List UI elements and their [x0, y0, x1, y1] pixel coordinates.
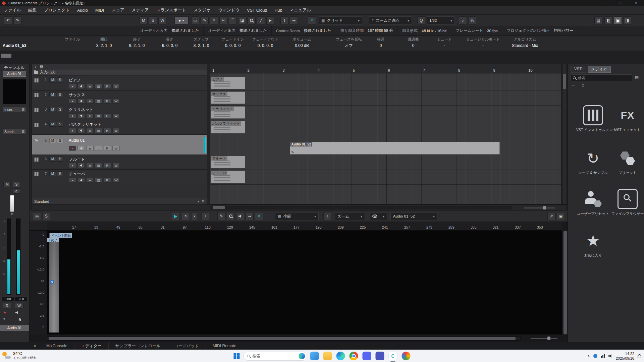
zone-tab-0[interactable]: MixConsole: [40, 342, 74, 350]
automation-s-button[interactable]: S: [149, 16, 157, 24]
editor-horizontal-scrollbar[interactable]: [47, 337, 521, 341]
monitor-button[interactable]: [77, 146, 85, 151]
track-preset-row[interactable]: Standard ▾ ⚙: [32, 198, 207, 204]
snap-toggle-icon[interactable]: ×: [255, 212, 263, 220]
record-enable-icon[interactable]: ●: [3, 310, 6, 315]
editor-setup-icon[interactable]: ▣: [557, 212, 565, 220]
zoom-slider-knob[interactable]: [543, 206, 546, 209]
channel-edit-button[interactable]: e: [13, 188, 20, 194]
zone-tab-4[interactable]: MIDI Remote: [206, 342, 243, 350]
taskbar-app-edge[interactable]: [336, 352, 345, 360]
media-tile-favorites[interactable]: ★お気に入り: [576, 231, 610, 258]
channel-fader[interactable]: [10, 195, 14, 212]
record-enable-button[interactable]: ●: [69, 84, 76, 89]
menu-item-4[interactable]: MIDI: [92, 8, 108, 13]
midi-part[interactable]: テューバ: [211, 171, 245, 183]
quantize-strength-icon[interactable]: %: [468, 16, 476, 24]
read-automation-button[interactable]: R: [104, 113, 111, 118]
menu-item-7[interactable]: トランスポート: [153, 7, 190, 13]
snap-toggle-icon[interactable]: ×: [308, 16, 316, 24]
track-mute-button[interactable]: M: [49, 122, 56, 127]
infoline-field-12[interactable]: ミュージカルモード-: [460, 37, 506, 50]
media-tab-1[interactable]: メディア: [588, 66, 611, 73]
divider-handle[interactable]: [1, 54, 11, 58]
track-solo-button[interactable]: S: [57, 157, 63, 162]
media-tile-instrument[interactable]: VST インストゥルメント: [576, 105, 610, 132]
infoline-field-2[interactable]: 終了9. 2. 1. 0: [121, 37, 153, 50]
write-automation-button[interactable]: W: [112, 113, 120, 118]
infoline-field-10[interactable]: 微調整0: [397, 37, 429, 50]
monitor-button[interactable]: [77, 84, 85, 89]
automation-m-button[interactable]: M: [140, 16, 148, 24]
record-enable-button[interactable]: ●: [69, 99, 76, 104]
undo-icon[interactable]: ↶: [4, 16, 12, 24]
audition-play-icon[interactable]: ▶: [172, 212, 180, 220]
track-row-2[interactable]: 2MSサックス●e▤RW: [32, 91, 207, 105]
snap-follow-icon[interactable]: ⇥: [290, 16, 298, 24]
read-automation-button[interactable]: R: [104, 163, 111, 168]
track-row-3[interactable]: 3MSクラリネット●e▤RW: [32, 106, 207, 120]
track-mute-button[interactable]: M: [49, 92, 56, 97]
edit-channel-button[interactable]: e: [86, 146, 94, 151]
minimize-icon[interactable]: ─: [598, 0, 613, 6]
write-automation-button[interactable]: W: [112, 163, 120, 168]
track-row-4[interactable]: 4MSバスクラリネット●e▤RW: [32, 120, 207, 135]
horizontal-scrollbar[interactable]: [210, 206, 512, 209]
project-cursor[interactable]: [281, 64, 281, 204]
insert-state-button[interactable]: ▤: [95, 99, 102, 104]
track-mute-button[interactable]: M: [49, 107, 56, 112]
range-tool-icon[interactable]: ▭: [191, 16, 199, 24]
zoom-fit-dropdown[interactable]: # ズームに適応 ▾: [369, 16, 412, 24]
track-solo-button[interactable]: S: [57, 77, 63, 82]
infoline-field-5[interactable]: フェードイン0. 0. 0. 0: [217, 37, 249, 50]
track-mute-button[interactable]: M: [49, 171, 56, 176]
notification-bell-icon[interactable]: [638, 354, 641, 358]
tray-app-icon[interactable]: [593, 354, 597, 358]
taskbar-app-widgets[interactable]: [310, 352, 319, 360]
split-tool-icon[interactable]: ✂: [219, 16, 227, 24]
midi-part[interactable]: バスクラリネット: [211, 121, 245, 133]
close-icon[interactable]: ✕: [629, 0, 644, 6]
glue-tool-icon[interactable]: ⌒: [229, 16, 237, 24]
track-solo-button[interactable]: S: [57, 122, 63, 127]
menu-item-10[interactable]: VST Cloud: [243, 8, 271, 13]
timeline-ruler[interactable]: 12345678910: [210, 64, 561, 73]
media-tab-0[interactable]: VSTi: [571, 66, 586, 73]
play-tool-icon[interactable]: ►: [266, 16, 274, 24]
zoom-tool-icon[interactable]: [227, 212, 235, 220]
menu-item-3[interactable]: Audio: [73, 8, 92, 13]
iterative-quantize-icon[interactable]: ♪: [459, 16, 467, 24]
track-solo-button[interactable]: S: [57, 92, 63, 97]
track-row-5[interactable]: ∿5MSAudio 01●e○RW: [32, 135, 207, 155]
open-in-window-icon[interactable]: ↗: [547, 212, 555, 220]
record-enable-button[interactable]: ●: [69, 113, 76, 118]
track-solo-button[interactable]: S: [57, 107, 63, 112]
menu-item-0[interactable]: ファイル: [0, 7, 24, 13]
menu-item-12[interactable]: マニュアル: [286, 7, 315, 13]
editor-solo-button[interactable]: S: [42, 212, 50, 220]
draw-tool-icon[interactable]: ✎: [217, 212, 225, 220]
grid-type-dropdown[interactable]: ▦ グリッド ▾: [319, 16, 362, 24]
autoscroll-icon[interactable]: ↧: [280, 16, 288, 24]
pin-icon[interactable]: ◎: [33, 212, 41, 220]
taskbar-app-color[interactable]: [402, 352, 411, 360]
zone-tab-1[interactable]: エディター: [74, 342, 108, 350]
channel-solo-button[interactable]: S: [13, 182, 20, 187]
start-button[interactable]: [234, 353, 240, 359]
track-solo-button[interactable]: S: [57, 171, 63, 176]
zoom-tool-icon[interactable]: [248, 16, 256, 24]
zone-tab-2[interactable]: サンプラーコントロール: [108, 342, 167, 350]
menu-item-8[interactable]: スタジオ: [190, 7, 214, 13]
write-automation-button[interactable]: W: [15, 303, 23, 308]
inserts-slot[interactable]: Inser. ⊞: [3, 107, 26, 112]
read-automation-button[interactable]: R: [3, 303, 11, 308]
monitor-button[interactable]: [77, 113, 85, 118]
zoom-slider-knob[interactable]: [547, 337, 550, 340]
track-row-6[interactable]: 6MSフルート●e▤RW: [32, 155, 207, 170]
record-enable-button[interactable]: ●: [69, 163, 76, 168]
record-enable-button[interactable]: ●: [69, 128, 76, 133]
menu-item-6[interactable]: メディア: [128, 7, 153, 13]
infoline-field-0[interactable]: ファイルAudio 01_52: [2, 37, 83, 50]
results-list-icon[interactable]: ▤: [635, 75, 639, 79]
infoline-field-1[interactable]: 開始3. 2. 1. 0: [88, 37, 120, 50]
